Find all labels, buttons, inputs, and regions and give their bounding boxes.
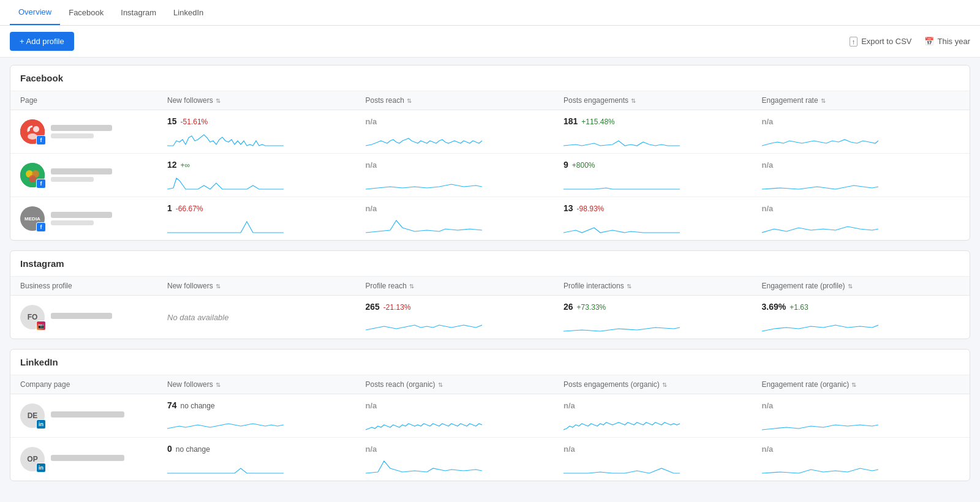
- nav-linkedin[interactable]: LinkedIn: [165, 1, 212, 24]
- table-row: f 12 +∞ n/a 9 +8: [10, 154, 970, 197]
- profile-sub-blur: [51, 177, 94, 182]
- nav-instagram[interactable]: Instagram: [112, 1, 165, 24]
- profile-sub-blur: [51, 220, 94, 225]
- col-posts-engagements[interactable]: Posts engagements⇅: [564, 96, 762, 105]
- col-engagement-rate[interactable]: Engagement rate⇅: [762, 96, 960, 105]
- fb-badge: f: [36, 222, 46, 232]
- col-profile-reach[interactable]: Profile reach⇅: [366, 282, 564, 290]
- sort-icon: ⇅: [821, 97, 826, 104]
- fb-badge: f: [36, 179, 46, 189]
- table-row: OP in 0 no change n/a n/a: [10, 438, 970, 481]
- linkedin-table-header: Company page New followers⇅ Posts reach …: [10, 375, 970, 394]
- main-content: Facebook Page New followers⇅ Posts reach…: [0, 58, 980, 498]
- profile-name-blur: [51, 212, 112, 218]
- col-new-followers[interactable]: New followers⇅: [167, 282, 366, 290]
- sort-icon: ⇅: [438, 381, 443, 388]
- profile-cell: FO 📷: [20, 305, 167, 329]
- col-new-followers[interactable]: New followers⇅: [167, 96, 366, 105]
- metric-engagement-rate: 3.69% +1.63: [762, 302, 960, 332]
- sort-icon: ⇅: [851, 381, 856, 388]
- avatar: OP in: [20, 447, 45, 471]
- profile-cell: f: [20, 119, 167, 144]
- metric-posts-engagements: n/a: [564, 401, 762, 431]
- avatar: DE in: [20, 403, 45, 428]
- sort-icon: ⇅: [216, 283, 221, 290]
- top-nav: Overview Facebook Instagram LinkedIn: [0, 0, 980, 26]
- metric-posts-reach: n/a: [366, 117, 564, 147]
- avatar: f: [20, 119, 45, 144]
- metric-posts-reach: n/a: [366, 204, 564, 234]
- metric-engagement-rate: n/a: [762, 444, 960, 474]
- col-posts-reach[interactable]: Posts reach⇅: [366, 96, 564, 105]
- instagram-section-title: Instagram: [10, 251, 970, 277]
- sort-icon: ⇅: [662, 381, 667, 388]
- metric-new-followers: 0 no change: [167, 444, 366, 474]
- facebook-section-title: Facebook: [10, 66, 970, 91]
- col-posts-reach-organic[interactable]: Posts reach (organic)⇅: [366, 380, 564, 389]
- svg-point-1: [33, 126, 39, 132]
- col-engagement-rate-organic[interactable]: Engagement rate (organic)⇅: [762, 380, 960, 389]
- export-icon: [850, 37, 858, 47]
- profile-name-blur: [51, 125, 112, 131]
- profile-name-area: [51, 212, 112, 225]
- metric-posts-engagements: 13 -98.93%: [564, 203, 762, 234]
- profile-name-blur: [51, 313, 112, 319]
- col-new-followers[interactable]: New followers⇅: [167, 380, 366, 389]
- metric-posts-engagements: n/a: [564, 444, 762, 474]
- nav-facebook[interactable]: Facebook: [60, 1, 112, 24]
- table-row: MEDIA f 1 -66.67% n/a: [10, 197, 970, 240]
- metric-posts-reach: n/a: [366, 160, 564, 190]
- metric-new-followers: No data available: [167, 313, 366, 322]
- linkedin-section: LinkedIn Company page New followers⇅ Pos…: [10, 349, 970, 481]
- ig-badge: 📷: [36, 321, 46, 331]
- profile-cell: OP in: [20, 447, 167, 471]
- col-page: Page: [20, 96, 167, 105]
- table-row: DE in 74 no change n/a n/a: [10, 394, 970, 438]
- table-row: f 15 -51.61% n/a 181: [10, 110, 970, 154]
- profile-name-area: [51, 125, 112, 138]
- col-business-profile: Business profile: [20, 282, 167, 290]
- metric-new-followers: 12 +∞: [167, 160, 366, 190]
- profile-cell: f: [20, 163, 167, 187]
- instagram-section: Instagram Business profile New followers…: [10, 250, 970, 339]
- col-posts-engagements-organic[interactable]: Posts engagements (organic)⇅: [564, 380, 762, 389]
- profile-name-blur: [51, 168, 112, 174]
- metric-profile-reach: 265 -21.13%: [366, 302, 564, 332]
- fb-badge: f: [36, 135, 46, 145]
- sort-icon: ⇅: [631, 97, 636, 104]
- metric-profile-interactions: 26 +73.33%: [564, 302, 762, 332]
- avatar: MEDIA f: [20, 206, 45, 231]
- sort-icon: ⇅: [409, 283, 414, 290]
- profile-name-blur: [51, 455, 124, 461]
- col-engagement-rate-profile[interactable]: Engagement rate (profile)⇅: [762, 282, 960, 290]
- sort-icon: ⇅: [848, 283, 853, 290]
- li-badge: in: [36, 419, 46, 429]
- facebook-table-header: Page New followers⇅ Posts reach⇅ Posts e…: [10, 91, 970, 110]
- profile-cell: DE in: [20, 403, 167, 428]
- col-profile-interactions[interactable]: Profile interactions⇅: [564, 282, 762, 290]
- sort-icon: ⇅: [407, 97, 412, 104]
- avatar: f: [20, 163, 45, 187]
- metric-new-followers: 1 -66.67%: [167, 203, 366, 234]
- profile-cell: MEDIA f: [20, 206, 167, 231]
- date-label: This year: [938, 37, 970, 46]
- calendar-icon: [924, 37, 934, 46]
- avatar: FO 📷: [20, 305, 45, 329]
- metric-posts-reach: n/a: [366, 444, 564, 474]
- facebook-section: Facebook Page New followers⇅ Posts reach…: [10, 65, 970, 241]
- export-csv-button[interactable]: Export to CSV: [850, 37, 912, 47]
- profile-name-blur: [51, 411, 124, 418]
- table-row: FO 📷 No data available 265 -21.13%: [10, 296, 970, 339]
- nav-overview[interactable]: Overview: [10, 0, 60, 25]
- metric-posts-reach: n/a: [366, 401, 564, 431]
- date-filter-button[interactable]: This year: [924, 37, 970, 46]
- metric-engagement-rate: n/a: [762, 160, 960, 190]
- col-company-page: Company page: [20, 380, 167, 389]
- profile-name-area: [51, 411, 124, 420]
- profile-name-area: [51, 168, 112, 182]
- metric-engagement-rate: n/a: [762, 117, 960, 147]
- sort-icon: ⇅: [627, 283, 631, 290]
- add-profile-button[interactable]: + Add profile: [10, 32, 74, 51]
- linkedin-section-title: LinkedIn: [10, 350, 970, 375]
- toolbar-right: Export to CSV This year: [850, 37, 970, 47]
